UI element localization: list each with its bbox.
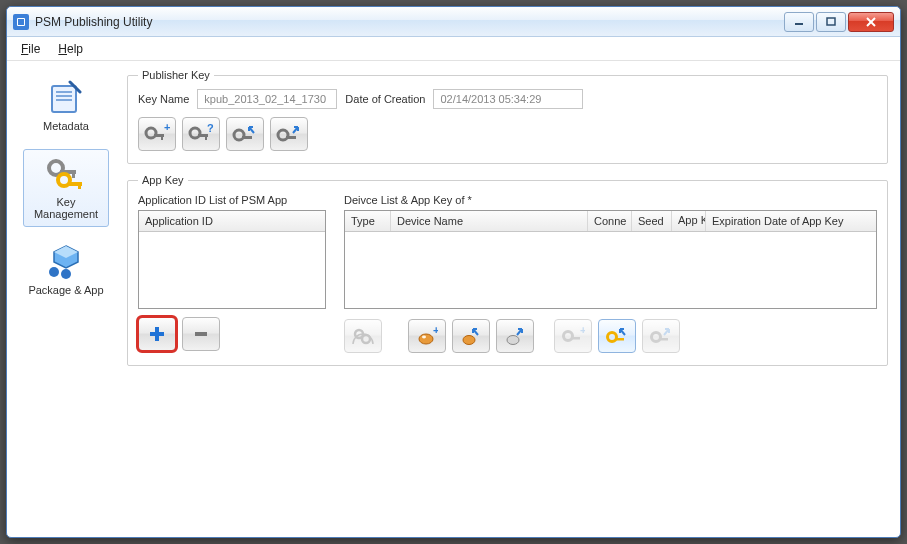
minimize-button[interactable]	[784, 12, 814, 32]
key-add-button[interactable]: +	[138, 117, 176, 151]
menubar: File Help	[7, 37, 900, 61]
main-panel: Publisher Key Key Name Date of Creation …	[127, 69, 888, 525]
add-app-button[interactable]	[138, 317, 176, 351]
app-key-group: App Key Application ID List of PSM App A…	[127, 174, 888, 366]
metadata-icon	[44, 80, 88, 116]
content: Metadata Key Management	[7, 61, 900, 537]
svg-rect-6	[52, 86, 76, 112]
col-type[interactable]: Type	[345, 211, 391, 231]
svg-rect-28	[242, 136, 252, 139]
app-id-list-label: Application ID List of PSM App	[138, 194, 326, 206]
window-title: PSM Publishing Utility	[35, 15, 784, 29]
sidebar-item-package-app[interactable]: Package & App	[23, 237, 109, 303]
app-id-grid-body[interactable]	[139, 232, 325, 308]
col-application-id[interactable]: Application ID	[139, 211, 325, 231]
menu-help[interactable]: Help	[58, 42, 83, 56]
app-key-legend: App Key	[138, 174, 188, 186]
publisher-key-legend: Publisher Key	[138, 69, 214, 81]
key-name-label: Key Name	[138, 93, 189, 105]
sidebar-item-key-management[interactable]: Key Management	[23, 149, 109, 227]
svg-point-17	[49, 267, 59, 277]
svg-text:+: +	[433, 326, 438, 336]
svg-rect-16	[78, 182, 81, 189]
svg-point-37	[422, 336, 426, 339]
svg-rect-30	[286, 136, 296, 139]
device-grid-header: Type Device Name Conne Seed App Key Expi…	[345, 211, 876, 232]
app-id-buttons	[138, 317, 326, 351]
col-conne[interactable]: Conne	[588, 211, 632, 231]
sidebar-item-label: Package & App	[28, 284, 103, 296]
svg-rect-42	[571, 337, 580, 340]
appkey-add-button[interactable]: +	[554, 319, 592, 353]
sidebar: Metadata Key Management	[11, 69, 121, 525]
svg-rect-1	[18, 19, 24, 25]
svg-rect-47	[659, 338, 668, 341]
app-icon	[13, 14, 29, 30]
titlebar: PSM Publishing Utility	[7, 7, 900, 37]
appkey-import-button[interactable]	[598, 319, 636, 353]
col-seed[interactable]: Seed	[632, 211, 672, 231]
app-window: PSM Publishing Utility File Help	[6, 6, 901, 538]
date-of-creation-field[interactable]	[433, 89, 583, 109]
device-grid[interactable]: Type Device Name Conne Seed App Key Expi…	[344, 210, 877, 309]
date-of-creation-label: Date of Creation	[345, 93, 425, 105]
key-export-button[interactable]	[270, 117, 308, 151]
seed-export-button[interactable]	[496, 319, 534, 353]
publisher-key-buttons: + ?	[138, 117, 877, 151]
seed-add-button[interactable]: +	[408, 319, 446, 353]
key-import-button[interactable]	[226, 117, 264, 151]
key-management-icon	[44, 156, 88, 192]
sidebar-item-label: Metadata	[43, 120, 89, 132]
app-id-grid[interactable]: Application ID	[138, 210, 326, 309]
svg-rect-21	[161, 134, 163, 140]
svg-text:?: ?	[207, 123, 214, 134]
svg-rect-25	[205, 134, 207, 140]
sidebar-item-metadata[interactable]: Metadata	[23, 73, 109, 139]
window-controls	[784, 12, 894, 32]
sidebar-item-label: Key Management	[26, 196, 106, 220]
svg-rect-3	[827, 18, 835, 25]
svg-rect-45	[615, 338, 624, 341]
app-id-grid-header: Application ID	[139, 211, 325, 232]
key-help-button[interactable]: ?	[182, 117, 220, 151]
svg-point-18	[61, 269, 71, 279]
svg-rect-13	[72, 170, 75, 178]
col-device-name[interactable]: Device Name	[391, 211, 588, 231]
package-app-icon	[44, 244, 88, 280]
publisher-key-row: Key Name Date of Creation	[138, 89, 877, 109]
close-button[interactable]	[848, 12, 894, 32]
device-list-label: Deivce List & App Key of *	[344, 194, 877, 206]
remove-app-button[interactable]	[182, 317, 220, 351]
device-grid-body[interactable]	[345, 232, 876, 308]
device-refresh-button[interactable]	[344, 319, 382, 353]
appkey-export-button[interactable]	[642, 319, 680, 353]
svg-text:+: +	[580, 326, 585, 336]
device-buttons: + +	[344, 319, 877, 353]
publisher-key-group: Publisher Key Key Name Date of Creation …	[127, 69, 888, 164]
svg-text:+: +	[164, 123, 170, 133]
seed-import-button[interactable]	[452, 319, 490, 353]
app-id-panel: Application ID List of PSM App Applicati…	[138, 194, 326, 353]
svg-point-39	[463, 336, 475, 345]
device-panel: Deivce List & App Key of * Type Device N…	[344, 194, 877, 353]
menu-file[interactable]: File	[21, 42, 40, 56]
col-app-key[interactable]: App Key	[672, 211, 706, 231]
col-expiration[interactable]: Expiration Date of App Key	[706, 211, 876, 231]
svg-point-40	[507, 336, 519, 345]
svg-point-36	[419, 334, 433, 344]
app-key-panels: Application ID List of PSM App Applicati…	[138, 194, 877, 353]
key-name-field[interactable]	[197, 89, 337, 109]
maximize-button[interactable]	[816, 12, 846, 32]
